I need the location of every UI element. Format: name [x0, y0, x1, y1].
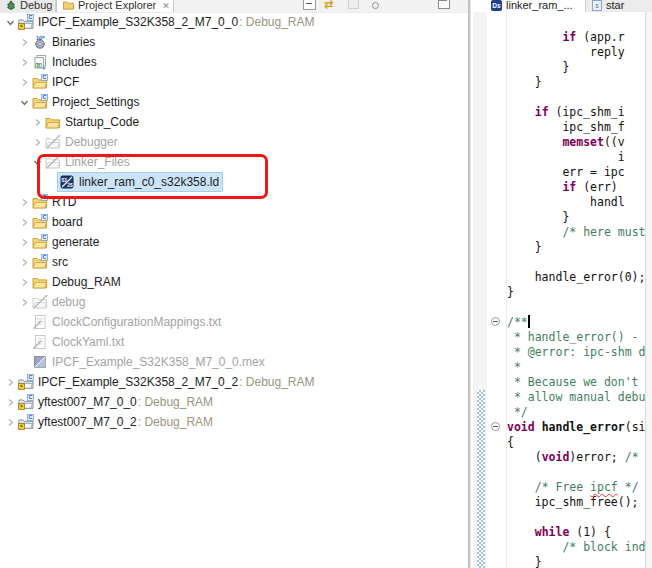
overview-ruler[interactable] — [645, 12, 652, 568]
chevron-collapsed-icon[interactable] — [31, 134, 43, 150]
code-line: * handle_error() - d — [507, 330, 645, 345]
fold-collapse-marker[interactable] — [491, 422, 500, 431]
tab-startup-file[interactable]: s star — [587, 0, 652, 12]
svg-text:C: C — [43, 74, 47, 80]
chevron-collapsed-icon[interactable] — [18, 294, 30, 310]
build-config-decoration: : Debug_RAM — [138, 415, 213, 429]
tree-item[interactable]: ClockConfigurationMappings.txt — [0, 312, 486, 332]
tree-item[interactable]: Cyftest007_M7_0_0: Debug_RAM — [0, 392, 472, 412]
tree-item[interactable]: Csrc — [0, 252, 486, 272]
includes-icon: h — [32, 54, 48, 70]
tree-item[interactable]: hIncludes — [0, 52, 486, 72]
link-with-editor-icon[interactable]: ⇄ — [324, 0, 333, 10]
debug-bug-icon — [6, 0, 16, 10]
tree-item-label: yftest007_M7_0_2 — [38, 413, 137, 431]
close-icon[interactable]: ✕ — [162, 1, 170, 11]
ide-window: Debug Project Explorer ✕ ⇄ CIPCF_Example… — [0, 0, 652, 568]
view-menu-icon[interactable] — [372, 2, 379, 9]
tree-item-label: IPCF_Example_S32K358_2_M7_0_2 — [38, 373, 238, 391]
chevron-expanded-icon[interactable] — [18, 94, 30, 110]
chevron-collapsed-icon[interactable] — [18, 214, 30, 230]
svg-text:h: h — [37, 63, 40, 68]
tree-item[interactable]: CIPCF — [0, 72, 486, 92]
project-explorer-panel: Debug Project Explorer ✕ ⇄ CIPCF_Example… — [0, 0, 468, 568]
chevron-spacer — [18, 314, 30, 330]
code-line: { — [507, 435, 645, 450]
s32ds-file-icon: Ds — [491, 0, 502, 11]
chevron-collapsed-icon[interactable] — [18, 234, 30, 250]
ld-file-icon: S32S — [59, 174, 75, 190]
code-line: err = ipc — [507, 165, 645, 180]
tree-item[interactable]: Debug_RAM — [0, 272, 486, 292]
chevron-collapsed-icon[interactable] — [18, 254, 30, 270]
code-line — [507, 15, 645, 30]
tree-item[interactable]: S32Slinker_ram_c0_s32k358.ld — [0, 172, 513, 192]
tree-item[interactable]: Startup_Code — [0, 112, 499, 132]
range-indicator — [477, 390, 485, 568]
c-project-icon: C — [18, 394, 34, 410]
collapse-all-icon[interactable] — [303, 0, 316, 10]
chevron-collapsed-icon[interactable] — [4, 374, 16, 390]
tree-item-label: yftest007_M7_0_0 — [38, 393, 137, 411]
tab-linker-file-label: linker_ram_... — [506, 0, 573, 11]
code-line — [507, 300, 645, 315]
code-line: reply — [507, 45, 645, 60]
tree-item[interactable]: ClockYaml.txt — [0, 332, 486, 352]
tab-debug-label: Debug — [20, 0, 52, 11]
project-tree: CIPCF_Example_S32K358_2_M7_0_0: Debug_RA… — [0, 12, 468, 436]
code-line: handl — [507, 195, 645, 210]
tree-item-label: ClockConfigurationMappings.txt — [52, 313, 221, 331]
tree-item[interactable]: 10Binaries — [0, 32, 486, 52]
tab-linker-file[interactable]: Ds linker_ram_... — [486, 0, 586, 12]
folder-c-icon: C — [32, 194, 48, 210]
tree-item-label: IPCF_Example_S32K358_2_M7_0_0 — [38, 13, 238, 31]
tree-item[interactable]: CIPCF_Example_S32K358_2_M7_0_0: Debug_RA… — [0, 12, 472, 32]
tree-item[interactable]: IPCF_Example_S32K358_M7_0_0.mex — [0, 352, 486, 372]
code-line: * @error: ipc-shm dr — [507, 345, 645, 360]
svg-text:C: C — [29, 14, 33, 20]
chevron-collapsed-icon[interactable] — [18, 54, 30, 70]
folder-icon — [45, 114, 61, 130]
tab-debug[interactable]: Debug — [0, 0, 56, 12]
maximize-icon[interactable] — [438, 0, 450, 9]
chevron-collapsed-icon[interactable] — [18, 274, 30, 290]
chevron-expanded-icon[interactable] — [31, 154, 43, 170]
chevron-collapsed-icon[interactable] — [18, 74, 30, 90]
chevron-collapsed-icon[interactable] — [4, 414, 16, 430]
tree-item[interactable]: CProject_Settings — [0, 92, 486, 112]
code-editor[interactable]: if (app.r reply } } if (ipc_shm_i ipc_sh… — [507, 12, 645, 568]
txt-file-icon — [32, 314, 48, 330]
tree-item[interactable]: Debugger — [0, 132, 499, 152]
tree-item[interactable]: CRTD — [0, 192, 486, 212]
ghost-tab-icon[interactable] — [348, 0, 359, 9]
code-line: } — [507, 285, 645, 300]
tree-item[interactable]: CIPCF_Example_S32K358_2_M7_0_2: Debug_RA… — [0, 372, 472, 392]
tree-item[interactable]: Cboard — [0, 212, 486, 232]
tab-project-explorer[interactable]: Project Explorer ✕ — [56, 0, 174, 12]
tree-item-label: Project_Settings — [52, 93, 139, 111]
tree-item[interactable]: Linker_Files — [0, 152, 499, 172]
folder-icon — [63, 0, 74, 10]
chevron-collapsed-icon[interactable] — [18, 34, 30, 50]
tree-item[interactable]: Cgenerate — [0, 232, 486, 252]
code-line — [507, 255, 645, 270]
code-line: handle_error(0); — [507, 270, 645, 285]
code-line: * allow manual debug — [507, 390, 645, 405]
folding-gutter — [487, 12, 507, 568]
folder-icon — [32, 274, 48, 290]
code-line: } — [507, 555, 645, 568]
folder-excluded-icon — [45, 134, 61, 150]
code-line: ipc_shm_free(); — [507, 495, 645, 510]
chevron-collapsed-icon[interactable] — [18, 194, 30, 210]
tree-item[interactable]: debug — [0, 292, 486, 312]
chevron-collapsed-icon[interactable] — [31, 114, 43, 130]
code-line: i — [507, 150, 645, 165]
chevron-collapsed-icon[interactable] — [4, 394, 16, 410]
text-caret — [528, 315, 530, 328]
fold-collapse-marker[interactable] — [491, 317, 500, 326]
tree-item[interactable]: Cyftest007_M7_0_2: Debug_RAM — [0, 412, 472, 432]
tree-item-label: Linker_Files — [65, 153, 130, 171]
tree-item-label: linker_ram_c0_s32k358.ld — [79, 173, 219, 191]
tree-item-label: IPCF_Example_S32K358_M7_0_0.mex — [52, 353, 265, 371]
chevron-expanded-icon[interactable] — [4, 14, 16, 30]
